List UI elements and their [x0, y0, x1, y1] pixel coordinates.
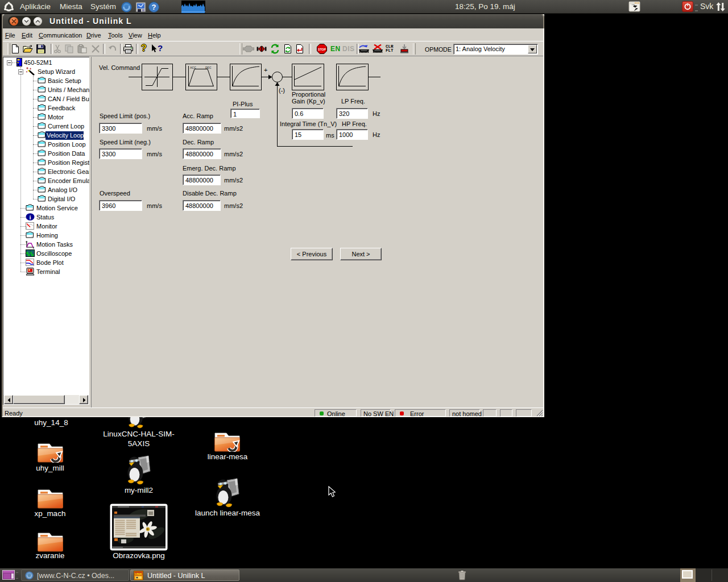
svg-text:i: i [29, 214, 31, 221]
svg-text:UNK: UNK [135, 572, 143, 576]
svg-text:+: + [264, 66, 267, 73]
svg-text:(-): (-) [279, 87, 285, 94]
svg-text:?: ? [152, 3, 156, 11]
svg-text:DEC: DEC [205, 66, 212, 69]
svg-text:ACC: ACC [190, 66, 196, 69]
svg-text:STOP: STOP [318, 48, 326, 51]
